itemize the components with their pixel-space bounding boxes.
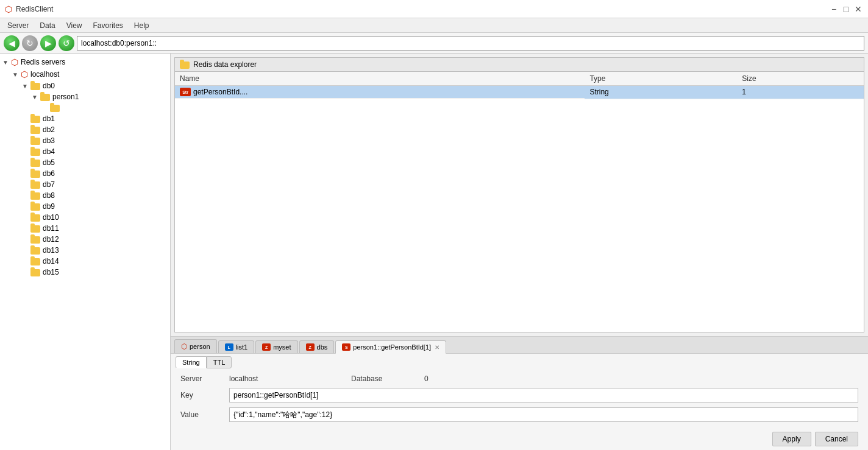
sidebar-item-db9[interactable]: db9: [0, 201, 170, 212]
redis-tab-icon: ⬡: [181, 342, 187, 351]
tab-person-label: person: [190, 343, 210, 350]
table-row[interactable]: Str getPersonBtId.... String 1: [175, 86, 864, 99]
sidebar-item-db13[interactable]: db13: [0, 245, 170, 256]
string-icon: Str: [180, 88, 191, 96]
folder-icon-db1: [30, 116, 40, 123]
database-label: Database: [351, 374, 424, 383]
sidebar-root-label: Redis servers: [21, 58, 65, 66]
apply-button[interactable]: Apply: [772, 432, 811, 446]
expand-arrow: ▼: [32, 94, 40, 100]
menu-data[interactable]: Data: [35, 20, 60, 31]
close-button[interactable]: ✕: [853, 4, 863, 14]
reload-button[interactable]: ↺: [59, 35, 74, 51]
sidebar-person1-label: person1: [52, 93, 79, 101]
minimize-button[interactable]: −: [829, 4, 839, 14]
sidebar-item-person1[interactable]: ▼ person1: [0, 91, 170, 102]
sidebar-item-db12[interactable]: db12: [0, 234, 170, 245]
zset-dbs-icon: Z: [306, 343, 315, 351]
folder-icon-db13: [30, 247, 40, 255]
row-type: String: [585, 86, 737, 99]
tab-dbs[interactable]: Z dbs: [299, 340, 335, 353]
detail-panel: ⬡ person L list1 Z myset Z dbs S perso: [171, 336, 868, 450]
folder-icon-db10: [30, 214, 40, 222]
app-title: RedisClient: [16, 5, 53, 13]
titlebar: ⬡ RedisClient − □ ✕: [0, 0, 868, 18]
sidebar-item-db7[interactable]: db7: [0, 179, 170, 190]
key-input[interactable]: [229, 388, 858, 403]
folder-icon: [50, 105, 60, 112]
folder-icon-db2: [30, 127, 40, 134]
cancel-button[interactable]: Cancel: [815, 432, 858, 446]
address-bar[interactable]: [77, 36, 864, 51]
col-name: Name: [175, 72, 585, 86]
folder-icon-db9: [30, 203, 40, 211]
folder-icon-db7: [30, 181, 40, 189]
sidebar-item-db2[interactable]: db2: [0, 124, 170, 135]
app-icon: ⬡: [5, 4, 12, 14]
sidebar-item-db4[interactable]: db4: [0, 146, 170, 157]
folder-icon-db3: [30, 138, 40, 145]
sidebar-item-redis-servers[interactable]: ▼ ⬡ Redis servers: [0, 56, 170, 68]
sidebar-item-db11[interactable]: db11: [0, 223, 170, 234]
sidebar-item-localhost[interactable]: ▼ ⬡ localhost: [0, 68, 170, 80]
detail-form: Server localhost Database 0 Key Value: [171, 368, 868, 428]
sidebar-item-db14[interactable]: db14: [0, 256, 170, 267]
col-size: Size: [737, 72, 864, 86]
folder-icon-db5: [30, 160, 40, 167]
sidebar-item-db1[interactable]: db1: [0, 113, 170, 124]
menu-view[interactable]: View: [62, 20, 87, 31]
forward-button[interactable]: ▶: [40, 35, 56, 51]
folder-icon-db15: [30, 269, 40, 276]
sidebar-item-person1-child[interactable]: [0, 102, 170, 113]
expand-arrow: ▼: [2, 59, 11, 66]
folder-icon-db6: [30, 171, 40, 178]
menu-help[interactable]: Help: [129, 20, 154, 31]
expand-arrow: ▼: [12, 71, 21, 78]
redis-icon: ⬡: [21, 69, 28, 79]
list-tab-icon: L: [225, 343, 233, 351]
tab-myset[interactable]: Z myset: [255, 340, 297, 353]
key-row: Key: [180, 388, 858, 403]
sidebar-item-db10[interactable]: db10: [0, 212, 170, 223]
tab-close-button[interactable]: ✕: [435, 344, 439, 351]
sidebar-item-db0[interactable]: ▼ db0: [0, 80, 170, 91]
menubar: Server Data View Favorites Help: [0, 18, 868, 33]
tab-list1-label: list1: [236, 343, 248, 351]
database-value: 0: [424, 374, 429, 383]
tab-myset-label: myset: [273, 343, 291, 351]
folder-icon: [30, 83, 40, 90]
data-table: Name Type Size Str getPersonBtId....: [175, 72, 864, 99]
col-type: Type: [585, 72, 737, 86]
tab-person[interactable]: ⬡ person: [174, 339, 217, 353]
maximize-button[interactable]: □: [841, 4, 851, 14]
data-explorer-header: Redis data explorer: [193, 60, 257, 69]
server-label: Server: [180, 374, 229, 383]
sidebar-item-db3[interactable]: db3: [0, 135, 170, 146]
tab-list1[interactable]: L list1: [218, 340, 255, 353]
folder-icon-explorer: [180, 62, 190, 69]
folder-icon-db11: [30, 225, 40, 233]
sidebar-item-db6[interactable]: db6: [0, 168, 170, 179]
row-size: 1: [737, 86, 864, 99]
back-button[interactable]: ◀: [4, 35, 20, 51]
main-content: ▼ ⬡ Redis servers ▼ ⬡ localhost ▼ db0 ▼ …: [0, 54, 868, 450]
sidebar-item-db5[interactable]: db5: [0, 157, 170, 168]
tab-person1-getpersonbtid[interactable]: S person1::getPersonBtId[1] ✕: [335, 340, 446, 354]
refresh-button[interactable]: ↻: [22, 35, 38, 51]
value-input[interactable]: [229, 407, 858, 422]
folder-icon-db14: [30, 258, 40, 265]
titlebar-left: ⬡ RedisClient: [5, 4, 53, 14]
subtab-string[interactable]: String: [176, 356, 207, 368]
folder-icon-db12: [30, 236, 40, 244]
subtab-ttl[interactable]: TTL: [207, 356, 232, 368]
menu-server[interactable]: Server: [2, 20, 34, 31]
action-buttons: Apply Cancel: [171, 428, 868, 450]
sidebar-db0-label: db0: [43, 82, 55, 90]
sidebar-item-db8[interactable]: db8: [0, 190, 170, 201]
value-label: Value: [180, 410, 229, 419]
menu-favorites[interactable]: Favorites: [88, 20, 128, 31]
titlebar-controls[interactable]: − □ ✕: [829, 4, 863, 14]
tab-active-label: person1::getPersonBtId[1]: [353, 343, 431, 351]
redis-icon: ⬡: [11, 57, 18, 67]
sidebar-item-db15[interactable]: db15: [0, 267, 170, 278]
